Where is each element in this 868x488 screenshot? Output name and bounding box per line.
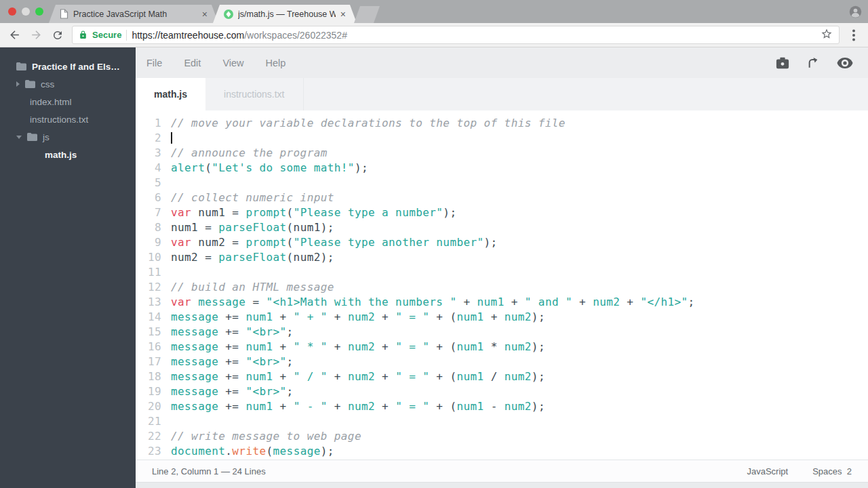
gutter-line-number: 6: [136, 190, 161, 205]
code-line[interactable]: 6// collect numeric input: [136, 190, 868, 205]
editor-tab-mathjs[interactable]: math.js: [136, 78, 205, 110]
menu-edit[interactable]: Edit: [184, 58, 201, 68]
code-line[interactable]: 17message += "<br>";: [136, 354, 868, 369]
project-root-item[interactable]: Practice If and Els…: [0, 58, 136, 75]
gutter-line-number: 3: [136, 146, 161, 161]
code-line[interactable]: 12// build an HTML message: [136, 280, 868, 295]
code-token: ;: [287, 325, 294, 338]
secure-badge[interactable]: Secure: [92, 30, 121, 40]
reload-icon[interactable]: [50, 28, 65, 43]
tree-item-instructions-txt[interactable]: instructions.txt: [0, 110, 136, 128]
code-token: );: [532, 340, 545, 353]
code-line[interactable]: 3// announce the program: [136, 146, 868, 161]
chevron-down-icon[interactable]: [16, 136, 22, 139]
folder-icon: [27, 133, 37, 141]
menu-help[interactable]: Help: [266, 58, 286, 68]
code-line[interactable]: 20message += num1 + " - " + num2 + " = "…: [136, 399, 868, 414]
code-token: num1: [456, 310, 484, 323]
folder-icon: [16, 62, 26, 70]
code-token: "<br>": [245, 355, 286, 368]
bottom-strip: [136, 482, 868, 488]
language-selector[interactable]: JavaScript: [747, 466, 788, 476]
close-tab-icon[interactable]: ×: [340, 9, 346, 19]
indent-selector[interactable]: Spaces 2: [812, 466, 852, 476]
code-token: num1: [456, 370, 484, 383]
editor-tab-instructions[interactable]: instructions.txt: [205, 78, 303, 110]
code-line[interactable]: 15message += "<br>";: [136, 325, 868, 340]
back-icon[interactable]: [7, 28, 22, 43]
code-token: num1: [456, 400, 484, 413]
code-line[interactable]: 21: [136, 414, 868, 429]
editor-tab-label: math.js: [154, 89, 187, 100]
code-token: document: [171, 445, 225, 458]
bookmark-star-icon[interactable]: [821, 28, 833, 42]
code-token: message: [198, 296, 245, 308]
code-line-content: // move your variable declarations to th…: [171, 116, 566, 131]
code-line[interactable]: 7var num1 = prompt("Please type a number…: [136, 205, 868, 220]
code-token: -: [484, 400, 505, 413]
code-token: /: [484, 370, 505, 383]
code-line[interactable]: 4alert("Let's do some math!");: [136, 161, 868, 176]
tree-item-css[interactable]: css: [0, 75, 136, 93]
menu-view[interactable]: View: [222, 58, 243, 68]
gutter-line-number: 4: [136, 161, 161, 176]
code-token: (num2);: [287, 251, 334, 264]
tree-item-index-html[interactable]: index.html: [0, 93, 136, 110]
code-line-content: message += num1 + " + " + num2 + " = " +…: [171, 310, 545, 325]
document-favicon-icon: [60, 9, 68, 19]
forward-icon[interactable]: [28, 28, 43, 43]
code-token: alert: [171, 161, 205, 174]
tree-item-label: css: [41, 79, 54, 89]
tree-item-js[interactable]: js: [0, 128, 136, 146]
code-line[interactable]: 14message += num1 + " + " + num2 + " = "…: [136, 310, 868, 325]
code-line-content: message += "<br>";: [171, 354, 294, 369]
new-tab-button[interactable]: [354, 6, 380, 23]
browser-tab-workspace[interactable]: js/math.js — Treehouse Works ×: [213, 5, 357, 23]
code-line[interactable]: 9var num2 = prompt("Please type another …: [136, 235, 868, 250]
minimize-window-button[interactable]: [22, 7, 30, 16]
code-line[interactable]: 8num1 = parseFloat(num1);: [136, 220, 868, 235]
fork-arrow-icon[interactable]: [806, 56, 821, 70]
code-token: (: [266, 445, 273, 458]
code-line[interactable]: 11: [136, 265, 868, 280]
code-token: (: [287, 206, 294, 219]
code-token: num1: [456, 340, 484, 353]
code-token: num2: [505, 400, 532, 413]
code-token: message: [171, 325, 218, 338]
code-line[interactable]: 22// write message to web page: [136, 429, 868, 444]
treehouse-favicon-icon: [224, 9, 233, 19]
code-line-content: // build an HTML message: [171, 280, 334, 295]
code-line[interactable]: 10num2 = parseFloat(num2);: [136, 250, 868, 265]
code-token: num2: [505, 370, 532, 383]
close-tab-icon[interactable]: ×: [202, 9, 208, 19]
code-line[interactable]: 19message += "<br>";: [136, 384, 868, 399]
code-token: // announce the program: [171, 146, 328, 159]
code-line[interactable]: 18message += num1 + " / " + num2 + " = "…: [136, 369, 868, 384]
profile-avatar-icon[interactable]: [849, 5, 862, 21]
close-window-button[interactable]: [8, 7, 16, 16]
zoom-window-button[interactable]: [35, 7, 43, 16]
code-token: .: [225, 445, 232, 458]
code-line-content: // collect numeric input: [171, 190, 334, 205]
code-token: "</h1>": [640, 296, 688, 308]
address-bar[interactable]: Secure https://teamtreehouse.com/workspa…: [72, 26, 840, 44]
code-line[interactable]: 13var message = "<h1>Math with the numbe…: [136, 295, 868, 310]
tree-item-math-js[interactable]: math.js: [0, 146, 136, 163]
chevron-right-icon[interactable]: [16, 81, 20, 87]
code-line[interactable]: 5: [136, 176, 868, 190]
code-line[interactable]: 23document.write(message);: [136, 444, 868, 459]
browser-tab-practice-javascript-math[interactable]: Practice JavaScript Math ×: [49, 5, 218, 23]
browser-menu-icon[interactable]: [846, 28, 861, 43]
code-token: var: [171, 296, 191, 308]
code-editor[interactable]: 1// move your variable declarations to t…: [136, 110, 868, 460]
menu-file[interactable]: File: [146, 58, 162, 68]
code-token: +: [375, 340, 395, 353]
code-line[interactable]: 2: [136, 131, 868, 146]
code-line[interactable]: 16message += num1 + " * " + num2 + " = "…: [136, 340, 868, 354]
snapshot-camera-icon[interactable]: [775, 56, 790, 70]
code-line[interactable]: 1// move your variable declarations to t…: [136, 116, 868, 131]
code-token: +=: [218, 355, 245, 368]
code-line-content: message += num1 + " - " + num2 + " = " +…: [171, 399, 545, 414]
browser-window: Practice JavaScript Math × js/math.js — …: [0, 0, 868, 47]
preview-eye-icon[interactable]: [837, 57, 853, 69]
